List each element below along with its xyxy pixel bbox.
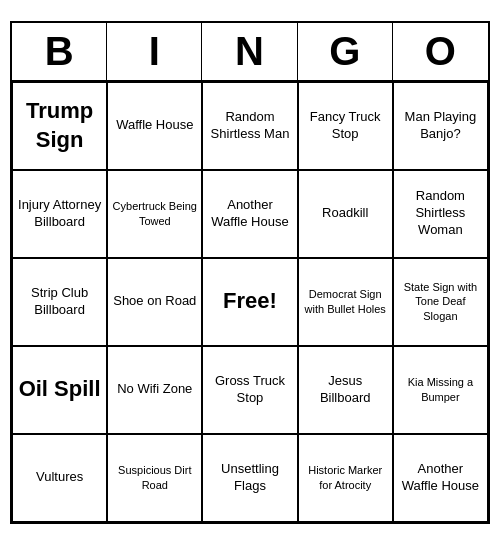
bingo-cell: Historic Marker for Atrocity bbox=[298, 434, 393, 522]
bingo-cell: Trump Sign bbox=[12, 82, 107, 170]
bingo-cell: Strip Club Billboard bbox=[12, 258, 107, 346]
bingo-cell: Suspicious Dirt Road bbox=[107, 434, 202, 522]
bingo-cell: Vultures bbox=[12, 434, 107, 522]
bingo-cell: Free! bbox=[202, 258, 297, 346]
bingo-cell: Random Shirtless Man bbox=[202, 82, 297, 170]
header-letter: N bbox=[202, 23, 297, 80]
bingo-cell: Jesus Billboard bbox=[298, 346, 393, 434]
header-letter: G bbox=[298, 23, 393, 80]
bingo-cell: Another Waffle House bbox=[202, 170, 297, 258]
bingo-cell: Random Shirtless Woman bbox=[393, 170, 488, 258]
bingo-cell: Man Playing Banjo? bbox=[393, 82, 488, 170]
bingo-header: BINGO bbox=[12, 23, 488, 82]
bingo-cell: State Sign with Tone Deaf Slogan bbox=[393, 258, 488, 346]
bingo-cell: Another Waffle House bbox=[393, 434, 488, 522]
bingo-cell: Gross Truck Stop bbox=[202, 346, 297, 434]
bingo-cell: No Wifi Zone bbox=[107, 346, 202, 434]
bingo-card: BINGO Trump SignWaffle HouseRandom Shirt… bbox=[10, 21, 490, 524]
bingo-cell: Cybertruck Being Towed bbox=[107, 170, 202, 258]
bingo-cell: Oil Spill bbox=[12, 346, 107, 434]
bingo-cell: Democrat Sign with Bullet Holes bbox=[298, 258, 393, 346]
bingo-cell: Unsettling Flags bbox=[202, 434, 297, 522]
bingo-cell: Waffle House bbox=[107, 82, 202, 170]
bingo-grid: Trump SignWaffle HouseRandom Shirtless M… bbox=[12, 82, 488, 522]
bingo-cell: Fancy Truck Stop bbox=[298, 82, 393, 170]
bingo-cell: Shoe on Road bbox=[107, 258, 202, 346]
bingo-cell: Kia Missing a Bumper bbox=[393, 346, 488, 434]
header-letter: I bbox=[107, 23, 202, 80]
bingo-cell: Roadkill bbox=[298, 170, 393, 258]
header-letter: O bbox=[393, 23, 488, 80]
header-letter: B bbox=[12, 23, 107, 80]
bingo-cell: Injury Attorney Billboard bbox=[12, 170, 107, 258]
